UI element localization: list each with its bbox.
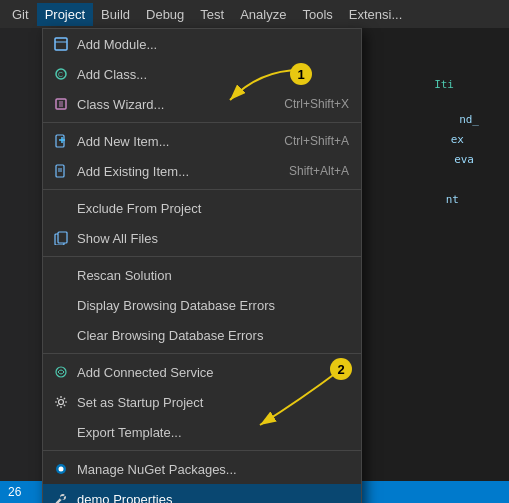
svg-rect-0: [55, 38, 67, 50]
menubar-extensions[interactable]: Extensi...: [341, 3, 410, 26]
svg-rect-15: [58, 232, 67, 243]
separator-3: [43, 256, 361, 257]
menu-rescan-solution[interactable]: Rescan Solution: [43, 260, 361, 290]
menu-set-startup[interactable]: Set as Startup Project: [43, 387, 361, 417]
separator-5: [43, 450, 361, 451]
svg-text:C: C: [58, 71, 63, 78]
menu-add-existing-item[interactable]: Add Existing Item... Shift+Alt+A: [43, 156, 361, 186]
menubar-test[interactable]: Test: [192, 3, 232, 26]
bg-text-nd: nd_: [459, 113, 479, 126]
nuget-icon: [51, 459, 71, 479]
wrench-icon: [51, 489, 71, 503]
menu-add-new-item-shortcut: Ctrl+Shift+A: [284, 134, 349, 148]
show-files-icon: [51, 228, 71, 248]
menubar-tools[interactable]: Tools: [294, 3, 340, 26]
separator-1: [43, 122, 361, 123]
menu-add-module-label: Add Module...: [77, 37, 349, 52]
bg-text-nt: nt: [446, 193, 459, 206]
project-dropdown: Add Module... C Add Class... Class Wizar…: [42, 28, 362, 503]
menubar-debug[interactable]: Debug: [138, 3, 192, 26]
wizard-icon: [51, 94, 71, 114]
new-item-icon: [51, 131, 71, 151]
svg-rect-8: [56, 135, 64, 147]
separator-2: [43, 189, 361, 190]
menubar-project[interactable]: Project: [37, 3, 93, 26]
menu-add-class-label: Add Class...: [77, 67, 349, 82]
ide-sidebar: [0, 28, 48, 503]
menu-add-connected-service[interactable]: Add Connected Service: [43, 357, 361, 387]
menu-clear-errors-label: Clear Browsing Database Errors: [77, 328, 349, 343]
menubar-build[interactable]: Build: [93, 3, 138, 26]
menu-add-new-item[interactable]: Add New Item... Ctrl+Shift+A: [43, 126, 361, 156]
menu-demo-properties-label: demo Properties: [77, 492, 349, 504]
menu-demo-properties[interactable]: demo Properties: [43, 484, 361, 503]
clear-errors-icon: [51, 325, 71, 345]
bg-text-ex: ex: [451, 133, 464, 146]
menu-exclude-from-project[interactable]: Exclude From Project: [43, 193, 361, 223]
menu-add-existing-item-label: Add Existing Item...: [77, 164, 273, 179]
class-icon: C: [51, 64, 71, 84]
menu-set-startup-label: Set as Startup Project: [77, 395, 349, 410]
module-icon: [51, 34, 71, 54]
menu-add-connected-service-label: Add Connected Service: [77, 365, 349, 380]
menubar-git[interactable]: Git: [4, 3, 37, 26]
menu-export-template[interactable]: Export Template...: [43, 417, 361, 447]
menu-show-all-files[interactable]: Show All Files: [43, 223, 361, 253]
export-icon: [51, 422, 71, 442]
menu-exclude-label: Exclude From Project: [77, 201, 349, 216]
menu-class-wizard-label: Class Wizard...: [77, 97, 268, 112]
exclude-icon: [51, 198, 71, 218]
menubar-analyze[interactable]: Analyze: [232, 3, 294, 26]
menu-add-class[interactable]: C Add Class...: [43, 59, 361, 89]
menu-export-label: Export Template...: [77, 425, 349, 440]
menu-add-module[interactable]: Add Module...: [43, 29, 361, 59]
display-errors-icon: [51, 295, 71, 315]
separator-4: [43, 353, 361, 354]
menu-clear-browsing-errors[interactable]: Clear Browsing Database Errors: [43, 320, 361, 350]
rescan-icon: [51, 265, 71, 285]
menu-manage-nuget-label: Manage NuGet Packages...: [77, 462, 349, 477]
bg-text-uti: Iti: [434, 78, 454, 91]
connected-service-icon: [51, 362, 71, 382]
menu-manage-nuget[interactable]: Manage NuGet Packages...: [43, 454, 361, 484]
svg-point-19: [59, 467, 64, 472]
existing-item-icon: [51, 161, 71, 181]
menu-display-browsing-errors[interactable]: Display Browsing Database Errors: [43, 290, 361, 320]
menu-add-new-item-label: Add New Item...: [77, 134, 268, 149]
gear-icon: [51, 392, 71, 412]
menu-show-all-files-label: Show All Files: [77, 231, 349, 246]
status-line: 26: [8, 485, 21, 499]
menu-rescan-label: Rescan Solution: [77, 268, 349, 283]
menubar: Git Project Build Debug Test Analyze Too…: [0, 0, 509, 28]
menu-add-existing-item-shortcut: Shift+Alt+A: [289, 164, 349, 178]
menu-class-wizard-shortcut: Ctrl+Shift+X: [284, 97, 349, 111]
bg-text-eva: eva: [454, 153, 474, 166]
svg-point-17: [59, 400, 64, 405]
menu-class-wizard[interactable]: Class Wizard... Ctrl+Shift+X: [43, 89, 361, 119]
menu-display-errors-label: Display Browsing Database Errors: [77, 298, 349, 313]
